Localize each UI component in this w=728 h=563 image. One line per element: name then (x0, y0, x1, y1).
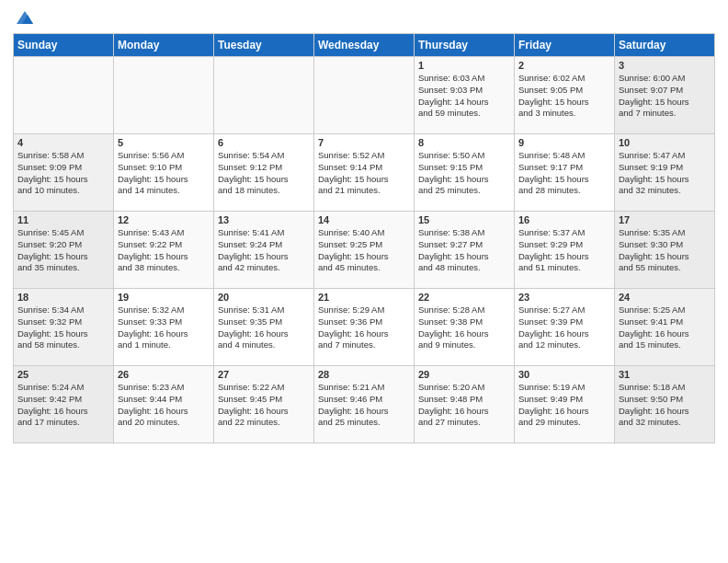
day-number: 24 (619, 292, 711, 303)
calendar-cell: 30Sunrise: 5:19 AM Sunset: 9:49 PM Dayli… (515, 366, 615, 443)
day-info: Sunrise: 5:56 AM Sunset: 9:10 PM Dayligh… (118, 150, 210, 197)
week-row-5: 25Sunrise: 5:24 AM Sunset: 9:42 PM Dayli… (14, 366, 715, 443)
logo (13, 9, 35, 28)
day-info: Sunrise: 5:35 AM Sunset: 9:30 PM Dayligh… (619, 227, 711, 274)
calendar-cell: 11Sunrise: 5:45 AM Sunset: 9:20 PM Dayli… (14, 212, 114, 289)
calendar-cell: 4Sunrise: 5:58 AM Sunset: 9:09 PM Daylig… (14, 134, 114, 212)
day-info: Sunrise: 5:23 AM Sunset: 9:44 PM Dayligh… (118, 382, 210, 429)
day-number: 15 (418, 214, 510, 225)
day-info: Sunrise: 5:40 AM Sunset: 9:25 PM Dayligh… (318, 227, 410, 274)
calendar-cell: 1Sunrise: 6:03 AM Sunset: 9:03 PM Daylig… (415, 57, 515, 134)
day-info: Sunrise: 5:28 AM Sunset: 9:38 PM Dayligh… (418, 304, 510, 351)
logo-icon (15, 7, 35, 28)
day-info: Sunrise: 5:34 AM Sunset: 9:32 PM Dayligh… (17, 304, 109, 351)
day-number: 16 (518, 214, 610, 225)
calendar-cell: 27Sunrise: 5:22 AM Sunset: 9:45 PM Dayli… (214, 366, 314, 443)
day-number: 12 (118, 214, 210, 225)
day-number: 11 (17, 214, 109, 225)
day-number: 1 (418, 60, 510, 71)
day-info: Sunrise: 5:38 AM Sunset: 9:27 PM Dayligh… (418, 227, 510, 274)
week-row-4: 18Sunrise: 5:34 AM Sunset: 9:32 PM Dayli… (14, 289, 715, 366)
day-number: 8 (418, 137, 510, 148)
header (13, 9, 715, 28)
day-info: Sunrise: 5:41 AM Sunset: 9:24 PM Dayligh… (218, 227, 310, 274)
day-info: Sunrise: 5:31 AM Sunset: 9:35 PM Dayligh… (218, 304, 310, 351)
day-number: 19 (118, 292, 210, 303)
day-info: Sunrise: 5:18 AM Sunset: 9:50 PM Dayligh… (619, 382, 711, 429)
day-info: Sunrise: 5:58 AM Sunset: 9:09 PM Dayligh… (17, 150, 109, 197)
day-number: 20 (218, 292, 310, 303)
day-number: 26 (118, 369, 210, 380)
calendar-cell: 26Sunrise: 5:23 AM Sunset: 9:44 PM Dayli… (114, 366, 214, 443)
day-number: 9 (518, 137, 610, 148)
day-number: 14 (318, 214, 410, 225)
calendar-cell: 24Sunrise: 5:25 AM Sunset: 9:41 PM Dayli… (615, 289, 715, 366)
day-info: Sunrise: 5:47 AM Sunset: 9:19 PM Dayligh… (619, 150, 711, 197)
day-info: Sunrise: 6:03 AM Sunset: 9:03 PM Dayligh… (418, 73, 510, 120)
calendar-cell: 10Sunrise: 5:47 AM Sunset: 9:19 PM Dayli… (615, 134, 715, 212)
calendar-cell: 29Sunrise: 5:20 AM Sunset: 9:48 PM Dayli… (415, 366, 515, 443)
week-row-1: 1Sunrise: 6:03 AM Sunset: 9:03 PM Daylig… (14, 57, 715, 134)
calendar-cell: 18Sunrise: 5:34 AM Sunset: 9:32 PM Dayli… (14, 289, 114, 366)
calendar-cell: 22Sunrise: 5:28 AM Sunset: 9:38 PM Dayli… (415, 289, 515, 366)
weekday-header-friday: Friday (515, 34, 615, 57)
week-row-2: 4Sunrise: 5:58 AM Sunset: 9:09 PM Daylig… (14, 134, 715, 212)
calendar-cell: 2Sunrise: 6:02 AM Sunset: 9:05 PM Daylig… (515, 57, 615, 134)
calendar-cell: 9Sunrise: 5:48 AM Sunset: 9:17 PM Daylig… (515, 134, 615, 212)
day-info: Sunrise: 5:43 AM Sunset: 9:22 PM Dayligh… (118, 227, 210, 274)
day-info: Sunrise: 5:27 AM Sunset: 9:39 PM Dayligh… (518, 304, 610, 351)
day-info: Sunrise: 5:32 AM Sunset: 9:33 PM Dayligh… (118, 304, 210, 351)
day-info: Sunrise: 5:52 AM Sunset: 9:14 PM Dayligh… (318, 150, 410, 197)
calendar-cell: 12Sunrise: 5:43 AM Sunset: 9:22 PM Dayli… (114, 212, 214, 289)
calendar-cell: 31Sunrise: 5:18 AM Sunset: 9:50 PM Dayli… (615, 366, 715, 443)
calendar-cell: 8Sunrise: 5:50 AM Sunset: 9:15 PM Daylig… (415, 134, 515, 212)
day-number: 29 (418, 369, 510, 380)
day-number: 17 (619, 214, 711, 225)
calendar-cell: 5Sunrise: 5:56 AM Sunset: 9:10 PM Daylig… (114, 134, 214, 212)
weekday-header-saturday: Saturday (615, 34, 715, 57)
day-info: Sunrise: 5:19 AM Sunset: 9:49 PM Dayligh… (518, 382, 610, 429)
page: SundayMondayTuesdayWednesdayThursdayFrid… (0, 0, 728, 563)
calendar-cell: 20Sunrise: 5:31 AM Sunset: 9:35 PM Dayli… (214, 289, 314, 366)
day-number: 7 (318, 137, 410, 148)
day-info: Sunrise: 5:22 AM Sunset: 9:45 PM Dayligh… (218, 382, 310, 429)
day-info: Sunrise: 5:20 AM Sunset: 9:48 PM Dayligh… (418, 382, 510, 429)
day-number: 3 (619, 60, 711, 71)
weekday-header-tuesday: Tuesday (214, 34, 314, 57)
day-info: Sunrise: 5:24 AM Sunset: 9:42 PM Dayligh… (17, 382, 109, 429)
calendar-cell: 21Sunrise: 5:29 AM Sunset: 9:36 PM Dayli… (314, 289, 415, 366)
calendar-table: SundayMondayTuesdayWednesdayThursdayFrid… (13, 33, 715, 443)
day-info: Sunrise: 5:45 AM Sunset: 9:20 PM Dayligh… (17, 227, 109, 274)
calendar-cell (114, 57, 214, 134)
calendar-cell: 23Sunrise: 5:27 AM Sunset: 9:39 PM Dayli… (515, 289, 615, 366)
weekday-header-monday: Monday (114, 34, 214, 57)
weekday-header-row: SundayMondayTuesdayWednesdayThursdayFrid… (14, 34, 715, 57)
day-info: Sunrise: 6:02 AM Sunset: 9:05 PM Dayligh… (518, 73, 610, 120)
calendar-cell: 7Sunrise: 5:52 AM Sunset: 9:14 PM Daylig… (314, 134, 415, 212)
calendar-cell: 3Sunrise: 6:00 AM Sunset: 9:07 PM Daylig… (615, 57, 715, 134)
day-number: 13 (218, 214, 310, 225)
day-number: 21 (318, 292, 410, 303)
day-info: Sunrise: 5:48 AM Sunset: 9:17 PM Dayligh… (518, 150, 610, 197)
day-info: Sunrise: 5:29 AM Sunset: 9:36 PM Dayligh… (318, 304, 410, 351)
day-number: 4 (17, 137, 109, 148)
day-info: Sunrise: 5:54 AM Sunset: 9:12 PM Dayligh… (218, 150, 310, 197)
day-number: 27 (218, 369, 310, 380)
day-number: 23 (518, 292, 610, 303)
day-info: Sunrise: 5:21 AM Sunset: 9:46 PM Dayligh… (318, 382, 410, 429)
day-number: 30 (518, 369, 610, 380)
day-info: Sunrise: 5:37 AM Sunset: 9:29 PM Dayligh… (518, 227, 610, 274)
day-info: Sunrise: 6:00 AM Sunset: 9:07 PM Dayligh… (619, 73, 711, 120)
calendar-cell (314, 57, 415, 134)
calendar-cell: 14Sunrise: 5:40 AM Sunset: 9:25 PM Dayli… (314, 212, 415, 289)
day-info: Sunrise: 5:50 AM Sunset: 9:15 PM Dayligh… (418, 150, 510, 197)
day-number: 31 (619, 369, 711, 380)
weekday-header-thursday: Thursday (415, 34, 515, 57)
calendar-cell: 17Sunrise: 5:35 AM Sunset: 9:30 PM Dayli… (615, 212, 715, 289)
day-number: 5 (118, 137, 210, 148)
day-number: 6 (218, 137, 310, 148)
calendar-cell (14, 57, 114, 134)
weekday-header-sunday: Sunday (14, 34, 114, 57)
calendar-cell: 13Sunrise: 5:41 AM Sunset: 9:24 PM Dayli… (214, 212, 314, 289)
day-number: 10 (619, 137, 711, 148)
